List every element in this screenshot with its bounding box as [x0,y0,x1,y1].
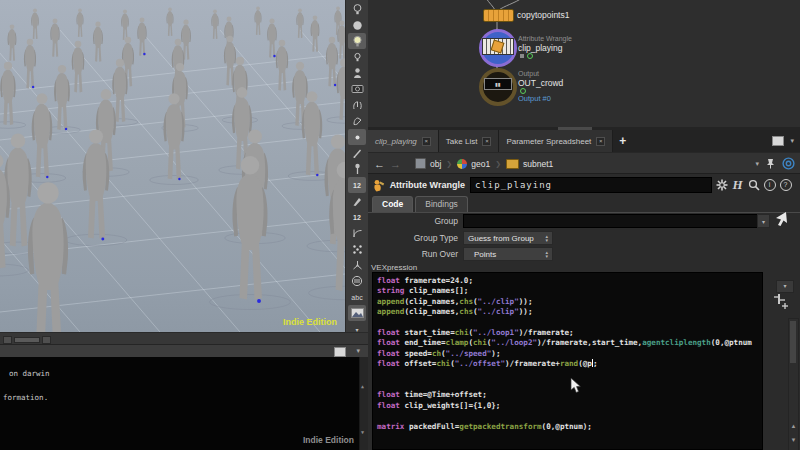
lightbulb-small-icon[interactable] [348,49,366,65]
breadcrumb-geo1[interactable]: geo1 [453,159,494,169]
strip-button-left[interactable] [3,336,12,344]
pen-icon[interactable] [348,145,366,161]
strip-scrollbar[interactable] [14,337,40,343]
expand-dropdown-icon[interactable]: ▾ [776,280,794,293]
parameter-tabs: Code Bindings [372,196,468,212]
search-icon[interactable] [747,179,760,192]
node-copytopoints[interactable] [483,9,514,22]
tab-clip-playing[interactable]: clip_playing × [368,130,439,152]
point-marker-icon[interactable] [348,129,366,145]
crowd-agent [337,21,345,59]
mouse-cursor [570,378,582,394]
node-flag-green[interactable] [527,53,533,59]
node-output-body[interactable]: ▮▮ [484,78,512,90]
path-dropdown-icon[interactable]: ▾ [755,160,759,168]
console-line: on darwin [9,369,50,378]
camera-icon[interactable] [348,81,366,97]
forward-button[interactable]: → [390,158,401,170]
scroll-down-icon[interactable]: ▼ [789,437,798,443]
info-icon[interactable]: i [763,179,776,192]
tab-bindings[interactable]: Bindings [415,196,468,212]
run-over-dropdown[interactable]: Points ▴▾ [463,247,553,261]
breadcrumb-separator: ❯ [494,160,502,168]
scene-viewport[interactable]: Indie Edition [0,0,345,332]
help-icon[interactable]: ? [779,179,792,192]
hscript-icon[interactable]: H [731,179,744,192]
pane-maximize-icon[interactable] [772,136,784,146]
node-name-field[interactable]: clip_playing [470,177,712,193]
gear-icon[interactable] [715,179,728,192]
frame-badge-12-icon[interactable]: 12 [348,177,366,193]
pane-maximize-icon[interactable] [334,347,346,357]
node-label[interactable]: copytopoints1 [517,10,569,20]
group-select-arrow-icon[interactable] [774,211,788,227]
crowd-agent [0,62,15,125]
code-line [377,432,762,442]
code-line: float start_time=chi("../loop1")/framera… [377,328,762,338]
code-scrollbar[interactable]: ▲ ▼ [788,318,799,450]
angle-snap-icon[interactable] [348,225,366,241]
brush-icon[interactable] [348,193,366,209]
scrollbar-thumb[interactable] [790,321,796,363]
pin-icon[interactable] [348,161,366,177]
crowd-agent [267,19,277,58]
obj-icon [415,158,426,169]
tab-close-icon[interactable]: × [596,137,605,146]
crowd-agent [28,182,68,332]
console-watermark: Indie Edition [303,435,354,445]
crowd-agent [31,8,38,39]
strip-button-right[interactable] [42,336,51,344]
code-line: float offset=chi("../offset")/framerate+… [377,359,762,369]
node-label[interactable]: OUT_crowd [518,78,563,88]
crowd-agent [32,93,53,177]
pane-menu-icon[interactable]: ▾ [790,137,794,145]
network-editor[interactable]: copytopoints1 Attribute Wrangle clip_pla… [368,0,800,127]
tab-close-icon[interactable]: × [422,137,431,146]
new-tab-button[interactable]: + [613,130,632,152]
group-type-dropdown[interactable]: Guess from Group ▴▾ [463,231,553,245]
code-line: float speed=ch("../speed"); [377,349,762,359]
back-button[interactable]: ← [374,158,385,170]
scroll-up-icon[interactable]: ▲ [789,423,798,429]
code-line: string clip_names[]; [377,286,762,296]
text-abc-icon[interactable]: abc [348,289,366,305]
radial-menu-icon[interactable] [782,157,795,170]
console-pane-header[interactable]: ▾ [0,344,368,358]
tab-take-list[interactable]: Take List × [439,130,500,152]
tab-parameter-spreadsheet[interactable]: Parameter Spreadsheet × [499,130,613,152]
pin-icon[interactable] [765,158,776,169]
pane-menu-icon[interactable]: ▾ [356,347,360,355]
normals-icon[interactable] [348,257,366,273]
lightbulb-icon[interactable] [348,1,366,17]
crowd-agent [54,65,70,130]
view-pan-icon[interactable] [348,97,366,113]
headlight-icon[interactable] [348,65,366,81]
group-dropdown-icon[interactable]: ▾ [757,214,770,228]
pane-tab-bar: clip_playing × Take List × Parameter Spr… [368,130,800,152]
scroll-down-icon[interactable]: ▼ [361,429,364,435]
crowd-agent [311,15,320,51]
tab-close-icon[interactable]: × [482,137,491,146]
sphere-icon[interactable] [348,17,366,33]
group-label: Group [368,216,458,226]
group-input[interactable] [463,214,758,228]
vexpression-editor[interactable]: float framerate=24.0;string clip_names[]… [372,272,763,450]
view-orbit-icon[interactable] [348,113,366,129]
image-plane-icon[interactable] [348,305,366,321]
multi-disc-icon[interactable] [348,273,366,289]
frame-badge-12-icon[interactable]: 12 [348,209,366,225]
breadcrumb-obj[interactable]: obj [411,158,445,169]
node-type-label: Output [518,70,539,77]
node-label[interactable]: clip_playing [518,43,562,53]
scroll-up-icon[interactable]: ▲ [361,383,364,389]
breadcrumb-separator: ❯ [445,160,453,168]
points-icon[interactable] [348,241,366,257]
python-shell[interactable]: on darwin formation. Indie Edition ▲ ▼ [0,357,368,450]
tab-code[interactable]: Code [372,196,413,212]
console-scrollbar[interactable]: ▲ ▼ [359,357,368,450]
node-flag[interactable] [520,54,524,58]
channel-ladder-icon[interactable] [773,293,789,311]
lightbulb-on-icon[interactable] [348,33,366,49]
breadcrumb-subnet1[interactable]: subnet1 [502,159,557,169]
crowd-agent [93,22,103,62]
